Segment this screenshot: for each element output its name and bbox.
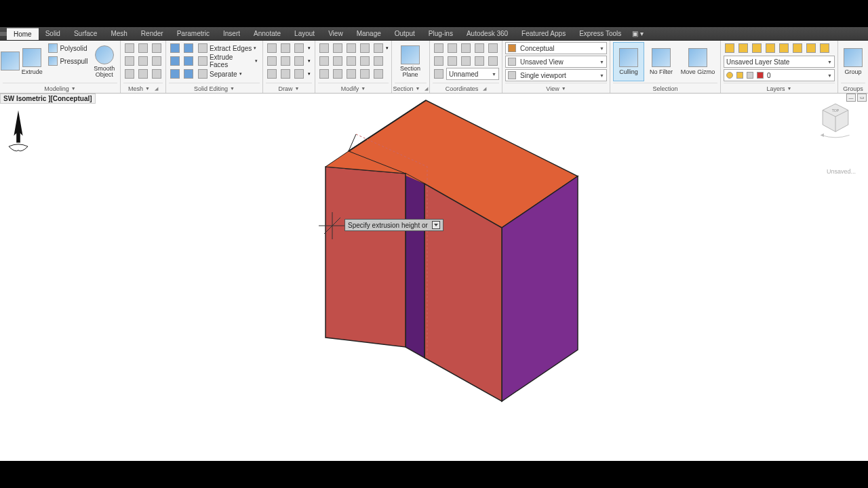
app-menu-stub[interactable] [0,32,7,36]
se-b2[interactable] [182,43,195,54]
se-b6[interactable] [182,68,195,79]
viewcube[interactable]: TOP [815,100,856,141]
mesh-btn-8[interactable] [137,68,149,79]
lay-b7[interactable] [805,43,817,54]
section-plane-button[interactable]: Section Plane [395,42,426,81]
separate-button[interactable]: Separate▾ [196,68,260,80]
move-gizmo-button[interactable]: Move Gizmo [678,42,717,81]
ucs-name-dropdown[interactable]: Unnamed▼ [446,68,499,80]
line-btn[interactable] [266,43,278,54]
tab-insert[interactable]: Insert [216,28,247,39]
se-b4[interactable] [182,56,195,66]
tab-extra-icon[interactable]: ▣ ▾ [628,28,648,39]
tab-home[interactable]: Home [7,28,39,40]
pline-btn[interactable] [279,43,292,54]
panel-draw-label[interactable]: Draw▼ [266,83,312,93]
tab-a360[interactable]: Autodesk 360 [460,28,515,39]
tab-featured[interactable]: Featured Apps [515,28,572,39]
mesh-btn-7[interactable] [123,68,136,79]
mod-b13[interactable] [372,68,384,79]
tab-render[interactable]: Render [134,28,170,39]
tab-view[interactable]: View [321,28,350,39]
mesh-btn-2[interactable] [137,43,149,54]
tab-express[interactable]: Express Tools [572,28,628,39]
tab-surface[interactable]: Surface [67,28,104,39]
layer-dropdown[interactable]: 0 ▼ [724,69,835,81]
lay-b4[interactable] [764,43,776,54]
saved-view-dropdown[interactable]: Unsaved View▼ [505,56,607,68]
se-b5[interactable] [169,68,181,79]
hatch-btn[interactable] [293,68,305,79]
dynamic-input-prompt[interactable]: Specify extrusion height or [344,219,443,231]
layer-state-dropdown[interactable]: Unsaved Layer State▼ [724,56,835,68]
mod-b12[interactable] [359,68,371,79]
rect-btn[interactable] [279,56,292,66]
visual-style-dropdown[interactable]: Conceptual▼ [505,42,607,54]
spline-btn[interactable] [279,68,292,79]
copy-btn[interactable] [318,56,330,66]
dynamic-input-options-icon[interactable] [432,221,440,229]
viewport-dropdown[interactable]: Single viewport▼ [505,69,607,81]
array-btn[interactable] [345,68,357,79]
ellipse-btn[interactable] [293,56,305,66]
mesh-btn-3[interactable] [151,43,163,54]
panel-coords-label[interactable]: Coordinates◢ [433,83,499,93]
se-b3[interactable] [169,56,181,66]
ucs-b5[interactable] [487,43,499,54]
ucs-b10[interactable] [487,56,499,66]
ucs-b2[interactable] [446,43,458,54]
culling-button[interactable]: Culling [613,42,644,81]
se-b1[interactable] [169,43,181,54]
trim-btn[interactable] [345,43,357,54]
panel-modify-label[interactable]: Modify▼ [318,83,389,93]
lay-b3[interactable] [751,43,763,54]
mod-b4[interactable] [359,43,371,54]
lay-b6[interactable] [791,43,804,54]
tab-solid[interactable]: Solid [39,28,67,39]
mod-b5[interactable] [372,43,384,54]
tab-layout[interactable]: Layout [288,28,321,39]
extract-edges-button[interactable]: Extract Edges▾ [196,42,260,54]
move-btn[interactable] [318,43,330,54]
panel-section-label[interactable]: Section▼◢ [395,83,427,93]
lay-b1[interactable] [724,43,736,54]
ucs-b3[interactable] [460,43,472,54]
tab-plugins[interactable]: Plug-ins [422,28,460,39]
ucs-b7[interactable] [446,56,458,66]
ucs-b9[interactable] [473,56,486,66]
panel-mesh-label[interactable]: Mesh▼◢ [123,83,163,93]
lay-b2[interactable] [737,43,749,54]
polysolid-button[interactable]: Polysolid [46,42,90,54]
mesh-btn-1[interactable] [123,43,136,54]
ucs-b6[interactable] [433,56,445,66]
arc-btn[interactable] [293,43,305,54]
smooth-object-button[interactable]: Smooth Object [92,42,117,81]
viewport[interactable]: SW Isometric ][Conceptual] — ▭ [0,94,868,461]
ucs-b1[interactable] [433,43,445,54]
scale-btn[interactable] [332,68,344,79]
mesh-btn-4[interactable] [123,56,136,66]
mod-b9[interactable] [372,56,384,66]
mod-b8[interactable] [359,56,371,66]
mirror-btn[interactable] [332,56,344,66]
panel-modeling-label[interactable]: Modeling▼ [3,83,117,93]
panel-layers-label[interactable]: Layers▼ [724,83,835,93]
poly-btn[interactable] [266,68,278,79]
circle-btn[interactable] [266,56,278,66]
panel-view-label[interactable]: View▼ [505,83,607,93]
presspull-button[interactable]: Presspull [46,55,90,67]
ucs-b4[interactable] [473,43,486,54]
extrude-faces-button[interactable]: Extrude Faces▾ [196,55,260,67]
tab-annotate[interactable]: Annotate [247,28,288,39]
tab-parametric[interactable]: Parametric [170,28,216,39]
ucs-b8[interactable] [460,56,472,66]
extrude-button[interactable]: Extrude [19,42,45,81]
ucs-b11[interactable] [433,68,445,79]
mesh-btn-5[interactable] [137,56,149,66]
lay-b5[interactable] [778,43,790,54]
tab-output[interactable]: Output [388,28,422,39]
mesh-btn-6[interactable] [151,56,163,66]
box-button[interactable] [3,42,18,81]
no-filter-button[interactable]: No Filter [646,42,677,81]
mesh-btn-9[interactable] [151,68,163,79]
